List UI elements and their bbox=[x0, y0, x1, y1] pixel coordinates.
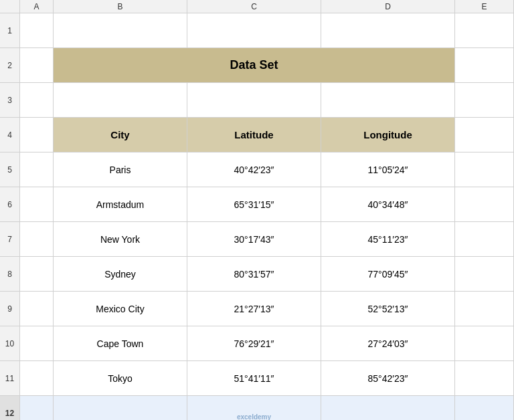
row-8: Sydney 80°31′57″ 77°09′45″ bbox=[20, 257, 514, 292]
row-11: Tokyo 51°41′11″ 85°42′23″ bbox=[20, 361, 514, 396]
cell-e8[interactable] bbox=[455, 257, 514, 291]
cell-a11[interactable] bbox=[20, 361, 54, 395]
cell-b12[interactable] bbox=[54, 396, 187, 420]
cell-a4[interactable] bbox=[20, 118, 54, 152]
cell-e7[interactable] bbox=[455, 222, 514, 256]
row-9: Mexico City 21°27′13″ 52°52′13″ bbox=[20, 292, 514, 326]
row-num-1[interactable]: 1 bbox=[0, 13, 19, 48]
cell-c6[interactable]: 65°31′15″ bbox=[187, 187, 321, 221]
cell-e11[interactable] bbox=[455, 361, 514, 395]
row-num-3[interactable]: 3 bbox=[0, 83, 19, 118]
cell-d3[interactable] bbox=[321, 83, 455, 117]
cell-c5[interactable]: 40°42′23″ bbox=[187, 152, 321, 187]
cell-c1[interactable] bbox=[187, 13, 321, 47]
cell-a5[interactable] bbox=[20, 152, 54, 187]
cell-c12[interactable]: exceldemy EXCEL · DATA · BI bbox=[187, 396, 321, 420]
row-num-2[interactable]: 2 bbox=[0, 48, 19, 83]
corner-cell bbox=[0, 0, 20, 13]
cell-a1[interactable] bbox=[20, 13, 54, 47]
col-header-b[interactable]: B bbox=[54, 0, 187, 13]
cell-d12[interactable] bbox=[321, 396, 455, 420]
cell-b10[interactable]: Cape Town bbox=[54, 326, 187, 360]
column-headers: A B C D E bbox=[0, 0, 514, 13]
cell-c4-latitude[interactable]: Latitude bbox=[187, 118, 321, 152]
cell-c8[interactable]: 80°31′57″ bbox=[187, 257, 321, 291]
row-num-9[interactable]: 9 bbox=[0, 292, 19, 326]
col-header-e[interactable]: E bbox=[455, 0, 514, 13]
cell-e5[interactable] bbox=[455, 152, 514, 187]
cell-d6[interactable]: 40°34′48″ bbox=[321, 187, 455, 221]
cell-a2[interactable] bbox=[20, 48, 54, 82]
row-1 bbox=[20, 13, 514, 48]
row-7: New York 30°17′43″ 45°11′23″ bbox=[20, 222, 514, 257]
cell-d8[interactable]: 77°09′45″ bbox=[321, 257, 455, 291]
row-num-7[interactable]: 7 bbox=[0, 222, 19, 257]
cell-e1[interactable] bbox=[455, 13, 514, 47]
cell-a6[interactable] bbox=[20, 187, 54, 221]
cell-a7[interactable] bbox=[20, 222, 54, 256]
row-numbers: 1 2 3 4 5 6 7 8 9 10 11 12 bbox=[0, 13, 20, 420]
row-10: Cape Town 76°29′21″ 27°24′03″ bbox=[20, 326, 514, 361]
cell-d10[interactable]: 27°24′03″ bbox=[321, 326, 455, 360]
cell-d11[interactable]: 85°42′23″ bbox=[321, 361, 455, 395]
row-num-4[interactable]: 4 bbox=[0, 118, 19, 152]
cell-e9[interactable] bbox=[455, 292, 514, 326]
row-num-5[interactable]: 5 bbox=[0, 152, 19, 187]
col-header-c[interactable]: C bbox=[187, 0, 321, 13]
cell-e4[interactable] bbox=[455, 118, 514, 152]
cell-b9[interactable]: Mexico City bbox=[54, 292, 187, 326]
cell-e2[interactable] bbox=[455, 48, 514, 82]
cell-c7[interactable]: 30°17′43″ bbox=[187, 222, 321, 256]
row-3 bbox=[20, 83, 514, 118]
row-num-12[interactable]: 12 bbox=[0, 396, 19, 420]
cell-e3[interactable] bbox=[455, 83, 514, 117]
row-num-6[interactable]: 6 bbox=[0, 187, 19, 222]
spreadsheet-body: 1 2 3 4 5 6 7 8 9 10 11 12 bbox=[0, 13, 514, 420]
cell-a3[interactable] bbox=[20, 83, 54, 117]
watermark: exceldemy EXCEL · DATA · BI bbox=[226, 413, 282, 420]
cell-a10[interactable] bbox=[20, 326, 54, 360]
row-num-10[interactable]: 10 bbox=[0, 326, 19, 361]
cell-b7[interactable]: New York bbox=[54, 222, 187, 256]
cell-d9[interactable]: 52°52′13″ bbox=[321, 292, 455, 326]
cell-b11[interactable]: Tokyo bbox=[54, 361, 187, 395]
cell-b3[interactable] bbox=[54, 83, 187, 117]
col-header-a[interactable]: A bbox=[20, 0, 54, 13]
cell-e10[interactable] bbox=[455, 326, 514, 360]
cell-c10[interactable]: 76°29′21″ bbox=[187, 326, 321, 360]
cell-b6[interactable]: Armstadum bbox=[54, 187, 187, 221]
cell-c3[interactable] bbox=[187, 83, 321, 117]
title-cell[interactable]: Data Set bbox=[54, 48, 455, 82]
grid-area: Data Set City Latitude Longitude bbox=[20, 13, 514, 420]
cell-b4-city[interactable]: City bbox=[54, 118, 187, 152]
cell-c11[interactable]: 51°41′11″ bbox=[187, 361, 321, 395]
row-2: Data Set bbox=[20, 48, 514, 83]
cell-b1[interactable] bbox=[54, 13, 187, 47]
cell-d4-longitude[interactable]: Longitude bbox=[321, 118, 455, 152]
cell-a12[interactable] bbox=[20, 396, 54, 420]
row-5: Paris 40°42′23″ 11°05′24″ bbox=[20, 152, 514, 187]
cell-d1[interactable] bbox=[321, 13, 455, 47]
cell-c9[interactable]: 21°27′13″ bbox=[187, 292, 321, 326]
spreadsheet-container: A B C D E 1 2 3 4 5 6 7 8 9 10 11 12 bbox=[0, 0, 514, 420]
cell-d5[interactable]: 11°05′24″ bbox=[321, 152, 455, 187]
row-4: City Latitude Longitude bbox=[20, 118, 514, 152]
cell-b8[interactable]: Sydney bbox=[54, 257, 187, 291]
cell-e6[interactable] bbox=[455, 187, 514, 221]
cell-d7[interactable]: 45°11′23″ bbox=[321, 222, 455, 256]
col-header-d[interactable]: D bbox=[321, 0, 455, 13]
cell-b5[interactable]: Paris bbox=[54, 152, 187, 187]
row-num-8[interactable]: 8 bbox=[0, 257, 19, 292]
row-num-11[interactable]: 11 bbox=[0, 361, 19, 396]
cell-a9[interactable] bbox=[20, 292, 54, 326]
cell-e12[interactable] bbox=[455, 396, 514, 420]
row-6: Armstadum 65°31′15″ 40°34′48″ bbox=[20, 187, 514, 222]
row-12: exceldemy EXCEL · DATA · BI bbox=[20, 396, 514, 420]
cell-a8[interactable] bbox=[20, 257, 54, 291]
